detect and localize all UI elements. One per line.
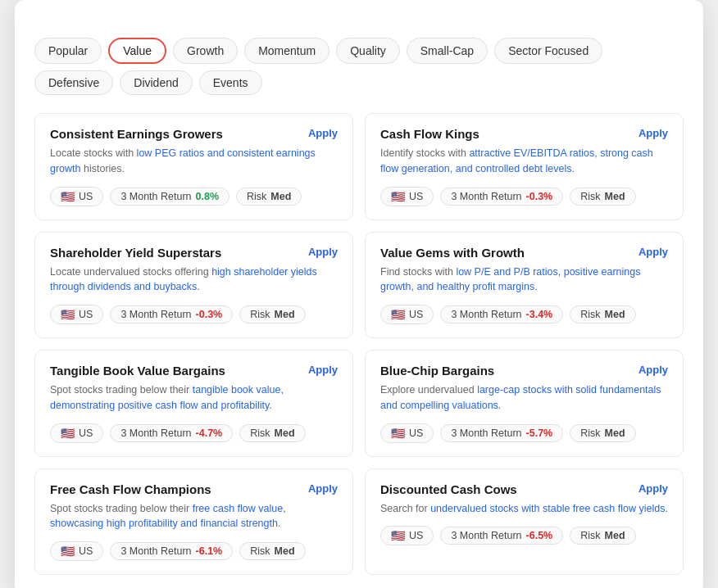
apply-button[interactable]: Apply [638, 127, 668, 139]
card-header: Tangible Book Value Bargains Apply [50, 364, 338, 378]
modal-header [34, 20, 684, 23]
risk-badge: Risk Med [570, 305, 635, 323]
return-value: -5.7% [526, 427, 553, 439]
return-badge: 3 Month Return -6.1% [110, 542, 233, 560]
risk-badge: Risk Med [239, 424, 305, 442]
risk-label: Risk [580, 309, 600, 320]
region-label: US [409, 427, 423, 439]
tab-defensive[interactable]: Defensive [34, 70, 113, 95]
return-badge: 3 Month Return -3.4% [440, 305, 563, 323]
risk-label: Risk [247, 191, 266, 202]
risk-value: Med [605, 191, 625, 202]
card-meta: 🇺🇸 US 3 Month Return -6.5% Risk Med [380, 526, 668, 545]
return-value: -6.1% [196, 545, 223, 557]
card-desc: Identify stocks with attractive EV/EBITD… [380, 146, 668, 177]
apply-button[interactable]: Apply [308, 246, 338, 258]
tab-sector-focused[interactable]: Sector Focused [494, 38, 602, 64]
card-meta: 🇺🇸 US 3 Month Return -6.1% Risk Med [50, 541, 338, 561]
apply-button[interactable]: Apply [638, 246, 668, 258]
region-label: US [79, 309, 93, 320]
card-desc: Explore undervalued large-cap stocks wit… [380, 382, 668, 414]
card-header: Cash Flow Kings Apply [380, 127, 668, 141]
flag-icon: 🇺🇸 [391, 427, 405, 440]
apply-button[interactable]: Apply [308, 364, 338, 376]
risk-badge: Risk Med [570, 527, 635, 545]
region-label: US [79, 427, 93, 439]
card-desc: Locate undervalued stocks offering high … [50, 265, 338, 296]
card-desc: Locate stocks with low PEG ratios and co… [50, 146, 338, 177]
card-cash-flow-kings: Cash Flow Kings Apply Identify stocks wi… [365, 113, 684, 220]
apply-button[interactable]: Apply [308, 127, 338, 139]
card-header: Discounted Cash Cows Apply [380, 482, 668, 496]
card-discounted-cash-cows: Discounted Cash Cows Apply Search for un… [365, 468, 684, 576]
tab-events[interactable]: Events [199, 70, 262, 95]
tab-quality[interactable]: Quality [336, 38, 400, 64]
risk-badge: Risk Med [236, 188, 302, 206]
return-value: -6.5% [526, 530, 553, 541]
region-label: US [409, 309, 423, 320]
card-free-cash-flow-champions: Free Cash Flow Champions Apply Spot stoc… [34, 468, 353, 576]
return-badge: 3 Month Return -0.3% [110, 305, 233, 323]
risk-badge: Risk Med [570, 424, 635, 442]
card-header: Value Gems with Growth Apply [380, 246, 668, 260]
risk-value: Med [605, 530, 625, 541]
tab-growth[interactable]: Growth [173, 38, 238, 64]
return-label: 3 Month Return [120, 191, 191, 202]
flag-icon: 🇺🇸 [391, 190, 405, 203]
risk-label: Risk [250, 545, 270, 557]
return-badge: 3 Month Return -4.7% [110, 424, 233, 442]
card-desc: Spot stocks trading below their tangible… [50, 382, 338, 414]
card-title: Consistent Earnings Growers [50, 127, 223, 141]
risk-label: Risk [250, 427, 270, 439]
tab-popular[interactable]: Popular [34, 38, 102, 64]
return-value: -0.3% [196, 309, 223, 320]
region-label: US [79, 191, 93, 202]
return-label: 3 Month Return [451, 427, 521, 439]
return-label: 3 Month Return [451, 309, 521, 320]
flag-icon: 🇺🇸 [61, 190, 75, 203]
return-badge: 3 Month Return -5.7% [440, 424, 563, 442]
region-badge: 🇺🇸 US [380, 526, 434, 545]
flag-icon: 🇺🇸 [391, 529, 405, 542]
region-badge: 🇺🇸 US [380, 187, 434, 206]
return-value: -3.4% [526, 309, 553, 320]
card-title: Cash Flow Kings [380, 127, 479, 141]
tab-momentum[interactable]: Momentum [244, 38, 329, 64]
cards-grid: Consistent Earnings Growers Apply Locate… [34, 113, 684, 575]
card-title: Tangible Book Value Bargains [50, 364, 225, 378]
card-meta: 🇺🇸 US 3 Month Return -4.7% Risk Med [50, 423, 338, 443]
filter-tabs: PopularValueGrowthMomentumQualitySmall-C… [34, 38, 684, 95]
region-badge: 🇺🇸 US [50, 423, 103, 443]
tab-value[interactable]: Value [108, 38, 166, 64]
card-title: Value Gems with Growth [380, 246, 525, 260]
region-badge: 🇺🇸 US [50, 541, 103, 561]
card-title: Free Cash Flow Champions [50, 482, 211, 496]
card-desc: Find stocks with low P/E and P/B ratios,… [380, 265, 668, 296]
flag-icon: 🇺🇸 [61, 308, 75, 321]
apply-button[interactable]: Apply [638, 482, 668, 495]
card-consistent-earnings-growers: Consistent Earnings Growers Apply Locate… [34, 113, 353, 220]
return-label: 3 Month Return [451, 530, 521, 541]
risk-label: Risk [580, 191, 600, 202]
risk-value: Med [275, 309, 295, 320]
risk-label: Risk [250, 309, 270, 320]
flag-icon: 🇺🇸 [61, 545, 75, 558]
return-label: 3 Month Return [120, 427, 191, 439]
card-meta: 🇺🇸 US 3 Month Return -0.3% Risk Med [50, 305, 338, 324]
return-badge: 3 Month Return -6.5% [440, 527, 563, 545]
apply-button[interactable]: Apply [638, 364, 668, 376]
apply-button[interactable]: Apply [308, 482, 338, 495]
card-header: Blue-Chip Bargains Apply [380, 364, 668, 378]
card-title: Blue-Chip Bargains [380, 364, 494, 378]
card-tangible-book-value-bargains: Tangible Book Value Bargains Apply Spot … [34, 350, 353, 457]
region-badge: 🇺🇸 US [380, 423, 434, 443]
region-badge: 🇺🇸 US [50, 187, 103, 206]
tab-dividend[interactable]: Dividend [120, 70, 192, 95]
risk-value: Med [605, 427, 625, 439]
close-button[interactable] [674, 20, 684, 23]
screeners-modal: PopularValueGrowthMomentumQualitySmall-C… [15, 0, 703, 588]
card-value-gems-with-growth: Value Gems with Growth Apply Find stocks… [365, 232, 684, 339]
card-desc: Spot stocks trading below their free cas… [50, 501, 338, 532]
return-label: 3 Month Return [451, 191, 521, 202]
tab-small-cap[interactable]: Small-Cap [407, 38, 488, 64]
